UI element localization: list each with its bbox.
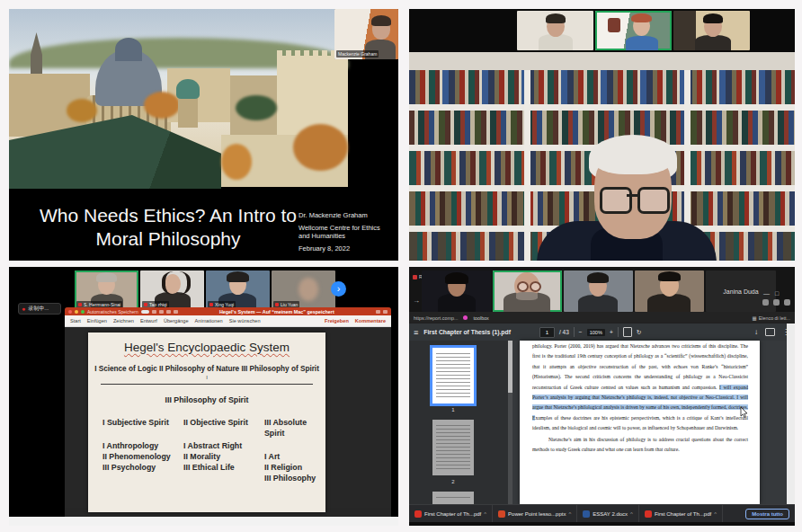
participant-tile[interactable] [673,11,750,50]
download-item[interactable]: First Chapter of Th...pdf ^ [409,505,493,523]
home-icon[interactable] [152,310,156,314]
doc-file-icon [583,510,590,518]
mac-close-button[interactable] [68,310,72,314]
undo-icon[interactable] [166,310,171,314]
tab-uebergaenge[interactable]: Übergänge [164,318,189,324]
extensions-icon[interactable] [773,299,780,306]
maximize-icon[interactable]: □ [775,290,784,297]
download-item[interactable]: ESSAY 2.docx ^ [577,505,639,523]
show-all-button[interactable]: Mostra tutto [745,509,789,519]
download-item[interactable]: First Chapter of Th...pdf ^ [639,505,723,523]
chevron-up-icon[interactable]: ^ [568,511,571,517]
participant-tile[interactable]: Xing Yuqi [206,270,270,310]
search-icon[interactable] [376,310,380,314]
minimize-icon[interactable]: — [763,290,775,297]
comments-button[interactable]: Kommentare [355,318,386,324]
participant-tile[interactable] [564,270,633,312]
participant-tile[interactable] [635,270,704,312]
pdf-filename: First Chapter of Thesis (1).pdf [423,329,511,335]
participant-name: Janina Duda [723,288,758,295]
pencil-icon[interactable] [383,310,388,314]
browser-action-icons [762,299,790,306]
tab-favicon [413,275,417,279]
fit-page-icon[interactable] [623,327,632,337]
screenshot-collage: Mackenzie Graham Who Needs Ethics? An In… [0,0,802,532]
hegel-seminar-quadrant: S. Herrmann-Sinai Tao zhiqi Xing Yuqi Li… [9,267,398,526]
forward-button[interactable]: → [413,297,420,305]
slide-stage: Hegel's Encyclopaedic System I Science o… [65,327,391,508]
chevron-up-icon[interactable]: ^ [484,511,486,517]
chevron-up-icon[interactable]: ^ [714,511,717,517]
participant-tile[interactable]: Liu Yuan [272,270,335,310]
powerpoint-titlebar: Automatisches Speichern Hegel's System —… [65,307,391,315]
recording-indicator[interactable]: ● 录制中... [18,303,61,315]
slide-column-objective: II Objective Spirit I Abstract Right II … [183,417,261,473]
window-controls[interactable]: —□ [763,290,784,297]
zoom-out-button[interactable]: − [579,329,583,335]
profile-icon[interactable] [784,299,790,306]
ppt-file-icon [498,510,505,518]
participant-name-tag: Mackenzie Graham [336,50,379,58]
sidebar-toggle-icon[interactable]: ≡ [414,328,418,337]
slide-heading: Hegel's Encyclopaedic System [88,341,325,354]
reading-list-icon: ▦ [753,315,757,321]
zoom-in-button[interactable]: + [610,329,613,335]
professor-video-quadrant [409,9,795,261]
pdf-page-area: philology. Porter (2000, 2019) has argue… [512,341,787,504]
slide-caret: I [88,375,325,380]
url-field[interactable]: https://report.comp... [414,315,458,321]
download-item[interactable]: Power Point lesso...pptx ^ [493,505,577,523]
page-thumbnail-3[interactable] [432,492,474,504]
slide-column-absolute: III Absolute Spirit I Art II Religion II… [264,417,324,483]
hegel-slide: Hegel's Encyclopaedic System I Science o… [88,332,325,512]
zoom-level[interactable]: 100% [587,329,605,336]
share-icon[interactable] [762,299,769,306]
tab-start[interactable]: Start [70,318,81,324]
muted-mic-icon [275,303,279,306]
chevron-up-icon[interactable]: ^ [630,511,633,517]
next-participants-button[interactable]: › [331,281,346,297]
participant-tile[interactable] [595,11,672,50]
download-icon[interactable]: ↓ [754,328,758,336]
pdf-page: philology. Porter (2000, 2019) has argue… [520,341,760,504]
slide-top-row: I Science of Logic II Philosophy of Natu… [88,365,325,373]
mac-minimize-button[interactable] [75,310,78,314]
save-icon[interactable] [159,310,164,314]
rotate-icon[interactable]: ↻ [637,329,641,336]
participant-tile[interactable] [493,270,562,312]
reading-list-button[interactable]: ▦ Elenco di lett... [753,315,790,321]
participant-tile[interactable]: S. Herrmann-Sinai [75,270,138,310]
ribbon-tabs: Start Einfügen Zeichnen Entwurf Übergäng… [65,315,391,327]
page-number-input[interactable]: 1 [539,327,555,338]
share-button[interactable]: Freigeben [325,318,349,324]
autosave-toggle[interactable] [141,310,149,314]
tellme-field[interactable]: Sie wünschen [229,318,261,324]
downloads-bar: First Chapter of Th...pdf ^ Power Point … [409,504,795,523]
print-icon[interactable] [765,328,775,336]
tab-entwurf[interactable]: Entwurf [140,318,157,324]
mac-zoom-button[interactable] [81,310,85,314]
participant-name: Mackenzie Graham [338,51,377,57]
participant-tile[interactable]: Tao zhiqi [140,270,204,310]
professor-video[interactable] [409,52,795,261]
pdf-file-icon [414,510,422,518]
page-thumbnail-2[interactable] [432,420,474,475]
redo-icon[interactable] [174,310,178,314]
bookmark-favicon [463,315,468,320]
powerpoint-window: Automatisches Speichern Hegel's System —… [65,307,391,517]
bookmark-toolbox[interactable]: toolbox [473,315,488,321]
speaker-video-thumbnail[interactable]: Mackenzie Graham [334,9,398,59]
thumbnail-label: 2 [409,479,497,484]
page-thumbnail-1[interactable] [432,348,474,403]
copper-cupola [176,79,200,99]
participant-tile[interactable] [517,11,593,50]
participant-tile[interactable] [422,270,491,312]
page-scrollbar[interactable] [787,324,795,504]
tab-zeichnen[interactable]: Zeichnen [113,318,134,324]
muted-mic-icon [78,303,82,306]
chevron-right-icon: › [337,283,341,294]
beard [516,292,538,300]
tab-animationen[interactable]: Animationen [195,318,223,324]
slide-divider [101,384,313,385]
tab-einfuegen[interactable]: Einfügen [87,318,107,324]
